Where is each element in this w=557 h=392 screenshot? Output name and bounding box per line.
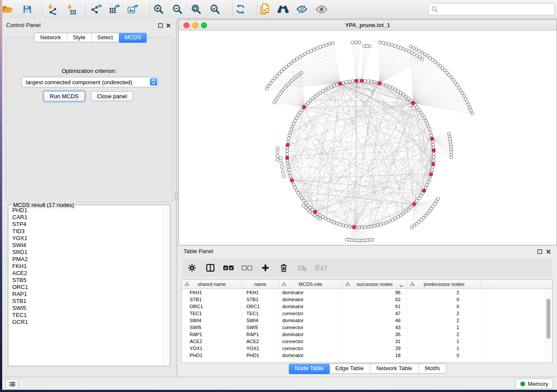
zoom-in-icon[interactable] bbox=[150, 2, 167, 17]
binoculars-icon[interactable] bbox=[274, 2, 292, 17]
mcds-result-item[interactable]: STB1 bbox=[9, 298, 163, 305]
cell-name: FKH1 bbox=[242, 289, 279, 296]
column-header-MCDS-role[interactable]: MCDS role bbox=[279, 280, 343, 289]
cell-shared_name: SWI4 bbox=[182, 317, 242, 324]
mcds-result-item[interactable]: SRD1 bbox=[9, 249, 163, 256]
sort-chevron-icon[interactable] bbox=[399, 283, 403, 288]
tab-edge-table[interactable]: Edge Table bbox=[329, 364, 370, 373]
import-network-icon[interactable] bbox=[44, 2, 61, 17]
cell-predecessor_nodes: 2 bbox=[407, 317, 481, 324]
cell-name: SWI4 bbox=[242, 317, 279, 324]
task-history-button[interactable] bbox=[5, 379, 18, 389]
table-row[interactable]: ACE2ACE2connector311 bbox=[182, 338, 552, 345]
run-mcds-button[interactable]: Run MCDS bbox=[44, 91, 85, 101]
table-row[interactable]: FKH1FKH1dominator962 bbox=[182, 289, 552, 296]
cell-name: PHD1 bbox=[242, 352, 279, 359]
mcds-result-item[interactable]: ACE2 bbox=[9, 270, 163, 277]
columns-icon[interactable] bbox=[201, 264, 219, 272]
zoom-fit-icon[interactable] bbox=[187, 2, 205, 17]
mcds-result-item[interactable]: YOX1 bbox=[9, 235, 163, 242]
tab-motifs[interactable]: Motifs bbox=[419, 364, 446, 373]
add-column-icon[interactable] bbox=[256, 264, 274, 272]
criterion-dropdown[interactable]: largest connected component (undirected) bbox=[21, 77, 159, 87]
table-row[interactable]: RAP1RAP1dominator352 bbox=[182, 331, 552, 338]
export-network-icon[interactable] bbox=[87, 2, 105, 17]
delete-column-icon[interactable] bbox=[274, 264, 293, 272]
column-label: successor nodes bbox=[356, 282, 393, 287]
eye-icon[interactable] bbox=[313, 2, 330, 17]
control-panel-tabbar: NetworkStyleSelectMCDS bbox=[34, 33, 147, 42]
cell-filler bbox=[481, 303, 552, 310]
mcds-result-item[interactable]: RAP1 bbox=[9, 291, 163, 298]
cell-mcds_role: connector bbox=[279, 310, 343, 317]
mcds-result-item[interactable]: TEC1 bbox=[9, 312, 163, 319]
column-header-name[interactable]: name bbox=[242, 280, 279, 289]
eye-slash-icon[interactable] bbox=[293, 2, 311, 17]
mcds-result-item[interactable]: PHD1 bbox=[9, 207, 163, 214]
column-header-shared-name[interactable]: shared name bbox=[182, 280, 242, 289]
network-window-titlebar[interactable]: YPA_prune.txt_1 bbox=[179, 20, 557, 31]
column-header-predecessor-nodes[interactable]: predecessor nodes bbox=[407, 280, 481, 289]
mcds-result-item[interactable]: STP4 bbox=[9, 221, 163, 228]
tab-network-table[interactable]: Network Table bbox=[370, 364, 419, 373]
select-all-icon[interactable] bbox=[219, 265, 238, 271]
open-icon[interactable] bbox=[0, 2, 17, 17]
table-row[interactable]: SWI4SWI4dominator462 bbox=[182, 317, 552, 324]
import-table-icon[interactable] bbox=[63, 2, 80, 17]
close-panel-button[interactable]: Close panel bbox=[91, 91, 133, 101]
table-row[interactable]: PHD1PHD1dominator180 bbox=[182, 352, 552, 359]
network-canvas[interactable] bbox=[179, 30, 557, 245]
table-scrollbar[interactable] bbox=[545, 289, 552, 362]
column-label: name bbox=[254, 282, 266, 287]
table-row[interactable]: STB1STB1dominator620 bbox=[182, 296, 552, 303]
cell-predecessor_nodes: 1 bbox=[407, 324, 481, 331]
cell-predecessor_nodes: 1 bbox=[407, 345, 481, 352]
mcds-result-item[interactable]: TID3 bbox=[9, 228, 163, 235]
export-document-icon[interactable] bbox=[256, 2, 273, 17]
tab-select[interactable]: Select bbox=[92, 33, 119, 42]
mcds-result-item[interactable]: CAR1 bbox=[9, 214, 163, 221]
mcds-result-list[interactable]: PHD1CAR1STP4TID3YOX1SWI4SRD1PMA2FKH1ACE2… bbox=[9, 207, 163, 365]
export-table-icon[interactable] bbox=[106, 2, 123, 17]
zoom-selected-icon[interactable] bbox=[206, 2, 224, 17]
refresh-icon[interactable] bbox=[232, 2, 249, 17]
tab-mcds[interactable]: MCDS bbox=[119, 33, 147, 43]
delete-table-icon bbox=[293, 264, 311, 272]
mcds-result-item[interactable]: SWI4 bbox=[9, 242, 163, 249]
cell-predecessor_nodes: 0 bbox=[407, 296, 481, 303]
list-icon bbox=[9, 382, 15, 387]
column-header-successor-nodes[interactable]: successor nodes bbox=[343, 280, 407, 289]
table-row[interactable]: ORC1ORC1dominator610 bbox=[182, 303, 552, 310]
unselect-all-icon[interactable] bbox=[238, 265, 256, 271]
tab-style[interactable]: Style bbox=[67, 33, 92, 42]
mcds-result-item[interactable]: GCR1 bbox=[9, 319, 163, 326]
search-field[interactable] bbox=[428, 3, 555, 15]
table-row[interactable]: TEC1TEC1connector472 bbox=[182, 310, 552, 317]
table-row[interactable]: YOX1YOX1connector291 bbox=[182, 345, 552, 352]
save-icon[interactable] bbox=[18, 2, 36, 17]
mcds-result-item[interactable]: SWI5 bbox=[9, 305, 163, 312]
fx-label: f(x) bbox=[314, 264, 326, 272]
tab-node-table[interactable]: Node Table bbox=[289, 364, 330, 374]
zoom-out-icon[interactable] bbox=[169, 2, 186, 17]
memory-button[interactable]: Memory bbox=[515, 378, 553, 389]
search-input[interactable] bbox=[438, 5, 554, 14]
mcds-result-item[interactable]: PMA2 bbox=[9, 256, 163, 263]
tab-network[interactable]: Network bbox=[35, 33, 67, 42]
mcds-result-item[interactable]: FKH1 bbox=[9, 263, 163, 270]
table-scrollbar-thumb[interactable] bbox=[547, 299, 550, 339]
float-table-panel-icon[interactable] bbox=[537, 248, 543, 254]
close-table-panel-icon[interactable] bbox=[546, 248, 552, 254]
cell-predecessor_nodes: 0 bbox=[407, 352, 481, 359]
float-window-icon[interactable] bbox=[158, 22, 164, 28]
table-settings-gear-icon[interactable] bbox=[183, 264, 201, 272]
export-image-icon[interactable] bbox=[124, 2, 142, 17]
cell-successor_nodes: 46 bbox=[343, 317, 407, 324]
close-panel-icon[interactable] bbox=[166, 22, 172, 28]
mcds-list-scrollbar[interactable] bbox=[163, 206, 170, 365]
table-row[interactable]: SWI5SWI5connector431 bbox=[182, 324, 552, 331]
cell-mcds_role: dominator bbox=[279, 289, 343, 296]
mcds-result-item[interactable]: ORC1 bbox=[9, 284, 163, 291]
mcds-result-item[interactable]: STB5 bbox=[9, 277, 163, 284]
function-builder-icon: f(x) bbox=[311, 264, 329, 272]
